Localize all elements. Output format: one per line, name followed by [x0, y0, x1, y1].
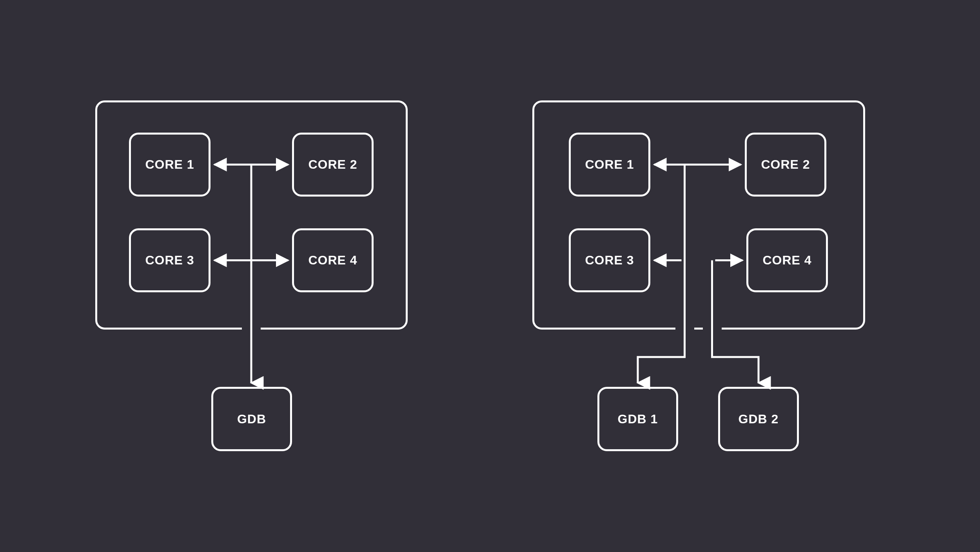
left-core-1: CORE 1 — [129, 133, 211, 197]
right-gdb-1: GDB 1 — [597, 387, 678, 451]
left-core-3-label: CORE 3 — [145, 253, 194, 268]
left-core-2-label: CORE 2 — [308, 157, 357, 172]
left-outer-gap — [242, 327, 261, 332]
right-core-2: CORE 2 — [745, 133, 826, 197]
left-gdb: GDB — [211, 387, 292, 451]
right-core-1-label: CORE 1 — [585, 157, 634, 172]
right-gdb-2: GDB 2 — [718, 387, 799, 451]
left-core-4-label: CORE 4 — [308, 253, 357, 268]
right-core-3: CORE 3 — [569, 228, 650, 292]
right-core-4: CORE 4 — [746, 228, 828, 292]
right-core-1: CORE 1 — [569, 133, 650, 197]
right-core-4-label: CORE 4 — [762, 253, 811, 268]
left-core-4: CORE 4 — [292, 228, 374, 292]
right-core-2-label: CORE 2 — [761, 157, 810, 172]
left-core-1-label: CORE 1 — [145, 157, 194, 172]
right-outer-gap-1 — [675, 327, 694, 332]
right-gdb-2-label: GDB 2 — [739, 412, 779, 426]
left-core-2: CORE 2 — [292, 133, 374, 197]
left-core-3: CORE 3 — [129, 228, 211, 292]
right-gdb-1-label: GDB 1 — [618, 412, 658, 426]
right-outer-gap-2 — [703, 327, 722, 332]
right-core-3-label: CORE 3 — [585, 253, 634, 268]
left-gdb-label: GDB — [237, 412, 266, 426]
